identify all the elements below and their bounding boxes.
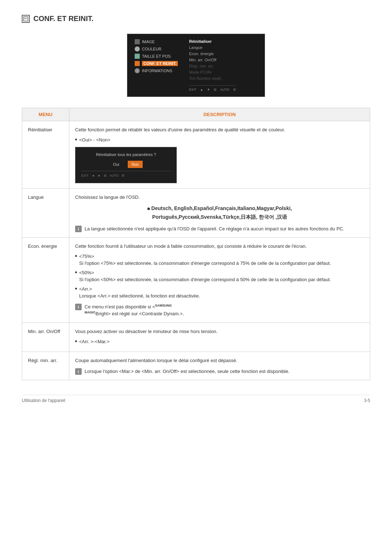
table-row-langue: Langue Choisissez la langue de l'OSD. De… (22, 188, 370, 238)
page-title: CONF. ET REINIT. (33, 15, 94, 23)
osd-item-taille: TAILLE ET POS. (135, 54, 185, 59)
econ-75-label: <75%> (79, 253, 331, 260)
econ-bullet-75: <75%> Si l'option <75%> est sélectionnée… (75, 253, 364, 267)
reinit-btn-oui: Oui (109, 161, 123, 168)
reinit-dialog-buttons: Oui Non (81, 161, 171, 168)
osd-conf-icon (135, 61, 140, 66)
menu-label-econ: Econ. énergie (22, 238, 69, 323)
desc-reinitialiser: Cette fonction permet de rétablir les va… (69, 121, 370, 189)
svg-point-4 (78, 227, 79, 228)
reinit-dialog-title: Réinitialiser tous les paramètres ? (81, 152, 171, 158)
minarr-bullet-text: <Arr. >-<Mar.> (79, 338, 110, 345)
main-table: MENU DESCRIPTION Réinitialiser Cette fon… (22, 108, 370, 380)
table-row-reglminarr: Régl. min. arr. Coupe automatiquement l'… (22, 352, 370, 380)
osd-taille-icon (135, 54, 140, 59)
col-header-menu: MENU (22, 108, 69, 121)
reinit-bullet-text: <Oui> - <Non> (79, 136, 110, 144)
footer-page: 3-5 (364, 398, 370, 403)
econ-bullet-arr: <Arr.> Lorsque <Arr.> est sélectionné, l… (75, 286, 364, 300)
osd-info-icon: i (135, 68, 140, 73)
minarr-bullet-dot (75, 340, 77, 342)
langue-note-row: La langue sélectionnée n'est appliquée q… (75, 225, 364, 233)
reinit-bullet-dot (75, 139, 77, 140)
minarr-main-text: Vous pouvez activer ou désactiver le min… (75, 328, 364, 335)
osd-screenshot: IMAGE COULEUR TAILLE ET POS. CONF. ET RE… (22, 34, 370, 97)
econ-bullet-50: <50%> Si l'option <50%> est sélectionnée… (75, 269, 364, 283)
reglminarr-note-icon (75, 368, 82, 375)
osd-bottom-bar: EXIT ▲ ▼ ⊞ AUTO ⚙ (189, 85, 236, 91)
osd-item-couleur: COULEUR (135, 46, 185, 52)
langue-main-text: Choisissez la langue de l'OSD. (75, 194, 364, 201)
col-header-description: DESCRIPTION (69, 108, 370, 121)
svg-point-10 (78, 370, 79, 371)
menu-label-reglminarr: Régl. min. arr. (22, 352, 69, 380)
menu-label-reinitialiser: Réinitialiser (22, 121, 69, 189)
econ-main-text: Cette fonction fournit à l'utilisateur u… (75, 243, 364, 250)
osd-item-conf: CONF. ET REINIT. (135, 61, 185, 66)
menu-label-langue: Langue (22, 188, 69, 238)
osd-sub-tchnombre: Tch Nombre répét. (189, 76, 236, 81)
reinit-dialog-bottom: EXIT ◄ ► ⊞ AUTO ⚙ (81, 171, 171, 178)
osd-sub-reglminarr: Régl. min. arr. (189, 64, 236, 68)
econ-arr-desc: Lorsque <Arr.> est sélectionné, la fonct… (79, 292, 200, 300)
econ-75-dot (75, 255, 77, 257)
desc-langue: Choisissez la langue de l'OSD. Deutsch, … (69, 188, 370, 238)
osd-item-image: IMAGE (135, 39, 185, 44)
osd-sub-langue: Langue (189, 45, 236, 50)
conf-reinit-icon (22, 15, 30, 23)
osd-box: IMAGE COULEUR TAILLE ET POS. CONF. ET RE… (127, 34, 265, 97)
svg-rect-5 (78, 229, 79, 230)
langue-note-icon (75, 226, 82, 232)
osd-sub-reinit: Réinitialiser (189, 39, 236, 44)
osd-sub-minarr: Min. arr. On/Off (189, 58, 236, 62)
osd-image-icon (135, 39, 140, 44)
osd-couleur-icon (135, 46, 140, 52)
desc-econ: Cette fonction fournit à l'utilisateur u… (69, 238, 370, 323)
reglminarr-main-text: Coupe automatiquement l'alimentation lor… (75, 357, 364, 364)
econ-50-dot (75, 271, 77, 273)
osd-menu-list: IMAGE COULEUR TAILLE ET POS. CONF. ET RE… (135, 39, 185, 91)
econ-50-block: <50%> Si l'option <50%> est sélectionnée… (79, 269, 331, 283)
econ-75-block: <75%> Si l'option <75%> est sélectionnée… (79, 253, 331, 267)
econ-arr-dot (75, 288, 77, 290)
footer-label: Utilisation de l'appareil (22, 398, 65, 403)
lang-bullet (147, 208, 150, 210)
econ-note-text: Ce menu n'est pas disponible si <SAMSUNG… (85, 303, 184, 318)
econ-arr-block: <Arr.> Lorsque <Arr.> est sélectionné, l… (79, 286, 200, 300)
reglminarr-note-row: Lorsque l'option <Mar.> de <Min. arr. On… (75, 368, 364, 375)
reinit-btn-non: Non (128, 161, 142, 168)
langue-note-text: La langue sélectionnée n'est appliquée q… (85, 225, 344, 233)
reinit-bullet: <Oui> - <Non> (75, 136, 364, 144)
svg-rect-8 (78, 307, 79, 308)
osd-submenu: Réinitialiser Langue Econ. énergie Min. … (185, 39, 236, 91)
reglminarr-note-text: Lorsque l'option <Mar.> de <Min. arr. On… (85, 368, 289, 375)
langue-list: Deutsch, English,Español,Français,Italia… (75, 204, 364, 222)
reinit-main-text: Cette fonction permet de rétablir les va… (75, 126, 364, 134)
osd-sub-modepcav: Mode PC/AV (189, 70, 236, 74)
table-row-minarr: Min. arr. On/Off Vous pouvez activer ou … (22, 323, 370, 352)
econ-note-icon (75, 304, 82, 310)
svg-rect-11 (78, 371, 79, 373)
econ-note-row: Ce menu n'est pas disponible si <SAMSUNG… (75, 303, 364, 318)
desc-reglminarr: Coupe automatiquement l'alimentation lor… (69, 352, 370, 380)
osd-item-info: i INFORMATIONS (135, 68, 185, 73)
page-footer: Utilisation de l'appareil 3-5 (22, 395, 370, 403)
table-row-reinitialiser: Réinitialiser Cette fonction permet de r… (22, 121, 370, 189)
econ-arr-label: <Arr.> (79, 286, 200, 293)
desc-minarr: Vous pouvez activer ou désactiver le min… (69, 323, 370, 352)
econ-75-desc: Si l'option <75%> est sélectionnée, la c… (79, 260, 331, 267)
page-title-section: CONF. ET REINIT. (22, 15, 370, 23)
table-row-econ: Econ. énergie Cette fonction fournit à l… (22, 238, 370, 323)
econ-50-label: <50%> (79, 269, 331, 276)
reinit-dialog: Réinitialiser tous les paramètres ? Oui … (75, 147, 177, 183)
svg-point-7 (78, 305, 79, 306)
menu-label-minarr: Min. arr. On/Off (22, 323, 69, 352)
minarr-bullet: <Arr. >-<Mar.> (75, 338, 364, 345)
econ-50-desc: Si l'option <50%> est sélectionnée, la c… (79, 276, 331, 283)
osd-sub-econ: Econ. énergie (189, 52, 236, 56)
